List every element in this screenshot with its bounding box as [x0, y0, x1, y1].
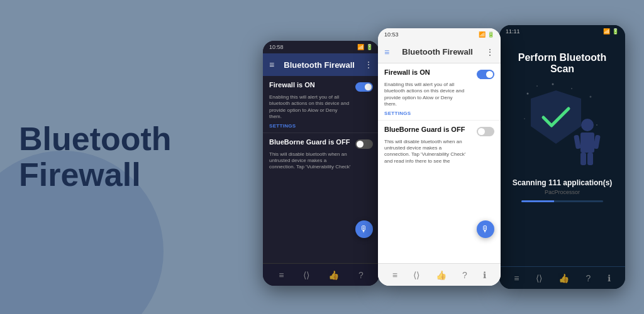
phone2-nav-help[interactable]: ? — [462, 270, 467, 280]
phone3-nav-share[interactable]: ⟨⟩ — [536, 273, 542, 283]
scan-illustration-svg — [521, 81, 603, 175]
phone2-firewall-toggle[interactable] — [477, 70, 494, 79]
phone2-app-title: Bluetooth Firewall — [389, 47, 486, 57]
svg-point-6 — [596, 124, 597, 126]
phone1-nav-thumb[interactable]: 👍 — [328, 270, 339, 280]
phone-dark: 10:58 📶 🔋 ≡ Bluetooth Firewall ⋮ Firewal… — [263, 41, 379, 286]
svg-point-5 — [524, 118, 525, 119]
phone2-blueborne-row: BlueBorne Guard is OFF — [384, 126, 494, 136]
svg-point-3 — [571, 88, 572, 89]
phone2-settings-link[interactable]: SETTINGS — [384, 111, 494, 116]
phone1-settings-link[interactable]: SETTINGS — [269, 123, 373, 129]
phone1-nav-share[interactable]: ⟨⟩ — [303, 270, 309, 280]
phone1-status-bar: 10:58 📶 🔋 — [263, 41, 379, 53]
phone2-time: 10:53 — [384, 31, 399, 38]
phone1-bottom-nav: ≡ ⟨⟩ 👍 ? — [263, 263, 379, 286]
phone3-nav-thumb[interactable]: 👍 — [558, 273, 569, 283]
phone2-more-icon[interactable]: ⋮ — [486, 47, 494, 57]
phone2-nav-thumb[interactable]: 👍 — [436, 270, 447, 280]
hero-title: Bluetooth Firewall — [19, 121, 172, 193]
phone2-blueborne-title: BlueBorne Guard is OFF — [384, 126, 465, 133]
phone1-firewall-toggle[interactable] — [355, 82, 373, 92]
phone3-time: 11:11 — [506, 28, 520, 35]
phone1-blueborne-title: BlueBorne Guard is OFF — [269, 138, 350, 146]
svg-point-7 — [581, 119, 594, 131]
phone3-status-bar: 11:11 📶 🔋 — [499, 25, 625, 38]
phone1-nav-help[interactable]: ? — [358, 270, 364, 280]
phone2-nav-info[interactable]: ℹ — [483, 270, 486, 280]
phone3-bottom-nav: ≡ ⟨⟩ 👍 ? ℹ — [499, 266, 625, 289]
svg-point-4 — [590, 96, 592, 98]
svg-rect-12 — [587, 153, 593, 165]
phone1-sections: Firewall is ON Enabling this will alert … — [263, 76, 379, 170]
phone1-status-icons: 📶 🔋 — [357, 44, 373, 50]
phone2-bottom-nav: ≡ ⟨⟩ 👍 ? ℹ — [378, 263, 501, 286]
phones-showcase: 10:58 📶 🔋 ≡ Bluetooth Firewall ⋮ Firewal… — [263, 25, 625, 289]
phone2-sections: Firewall is ON Enabling this will alert … — [378, 63, 501, 163]
phone2-status-icons: 📶 🔋 — [479, 31, 494, 38]
phone3-scan-title: Perform Bluetooth Scan — [499, 43, 625, 78]
phone2-blueborne-toggle[interactable] — [477, 127, 494, 136]
hero-section: Bluetooth Firewall — [19, 121, 172, 193]
svg-point-1 — [536, 85, 538, 87]
phone2-firewall-row: Firewall is ON — [384, 68, 494, 79]
phone-light: 10:53 📶 🔋 ≡ Bluetooth Firewall ⋮ Firewal… — [378, 28, 501, 286]
svg-rect-9 — [574, 134, 581, 149]
phone3-nav-info[interactable]: ℹ — [608, 273, 611, 283]
phone2-firewall-title: Firewall is ON — [384, 68, 430, 76]
phone1-more-icon[interactable]: ⋮ — [364, 60, 373, 70]
phone3-status-icons: 📶 🔋 — [603, 28, 619, 35]
svg-rect-11 — [580, 153, 586, 165]
svg-rect-8 — [580, 133, 594, 153]
svg-point-2 — [552, 84, 554, 85]
phone3-progress-bar — [521, 200, 603, 202]
phone2-app-bar: ≡ Bluetooth Firewall ⋮ — [378, 41, 501, 63]
phone1-fab[interactable]: 🎙 — [355, 220, 373, 238]
phone2-nav-share[interactable]: ⟨⟩ — [413, 270, 419, 280]
phone2-blueborne-desc: This will disable bluetooth when an untr… — [384, 139, 466, 163]
phone1-time: 10:58 — [269, 44, 284, 50]
phone-scan: 11:11 📶 🔋 Perform Bluetooth Scan — [499, 25, 625, 289]
phone3-scanning-text: Scanning 111 application(s) — [509, 178, 616, 187]
phone1-blueborne-row: BlueBorne Guard is OFF — [269, 138, 373, 149]
phone3-nav-menu[interactable]: ≡ — [514, 273, 519, 283]
phone3-nav-help[interactable]: ? — [586, 273, 591, 283]
phone2-fab[interactable]: 🎙 — [477, 220, 494, 238]
phone1-blueborne-toggle[interactable] — [355, 139, 373, 149]
svg-point-0 — [527, 93, 529, 95]
phone2-nav-menu[interactable]: ≡ — [392, 270, 397, 280]
phone3-current-app: PacProcessor — [509, 189, 616, 195]
phone3-scanning-section: Scanning 111 application(s) PacProcessor — [499, 178, 625, 210]
phone1-blueborne-desc: This will disable bluetooth when an untr… — [269, 151, 351, 170]
phone2-firewall-desc: Enabling this will alert you of all blue… — [384, 82, 466, 108]
phone1-firewall-row: Firewall is ON — [269, 81, 373, 92]
phone1-app-title: Bluetooth Firewall — [274, 60, 364, 70]
phone3-app-bar — [499, 38, 625, 43]
phone1-firewall-title: Firewall is ON — [269, 81, 315, 89]
phone2-section-firewall: Firewall is ON Enabling this will alert … — [378, 63, 501, 121]
phone1-section-blueborne: BlueBorne Guard is OFF This will disable… — [263, 133, 379, 170]
phone1-menu-icon[interactable]: ≡ — [269, 60, 274, 70]
phone1-app-bar: ≡ Bluetooth Firewall ⋮ — [263, 53, 379, 76]
phone1-nav-menu[interactable]: ≡ — [279, 270, 284, 280]
phone-scan-content: 11:11 📶 🔋 Perform Bluetooth Scan — [499, 25, 625, 289]
phone1-section-firewall: Firewall is ON Enabling this will alert … — [263, 76, 379, 133]
phone-dark-content: 10:58 📶 🔋 ≡ Bluetooth Firewall ⋮ Firewal… — [263, 41, 379, 286]
phone3-spacer — [499, 210, 625, 266]
phone1-firewall-desc: Enabling this will alert you of all blue… — [269, 94, 351, 121]
phone3-progress-fill — [521, 200, 554, 202]
phone2-status-bar: 10:53 📶 🔋 — [378, 28, 501, 41]
phone2-menu-icon[interactable]: ≡ — [384, 47, 389, 57]
phone2-section-blueborne: BlueBorne Guard is OFF This will disable… — [378, 121, 501, 163]
phone-light-content: 10:53 📶 🔋 ≡ Bluetooth Firewall ⋮ Firewal… — [378, 28, 501, 286]
phone3-illustration — [499, 78, 625, 178]
